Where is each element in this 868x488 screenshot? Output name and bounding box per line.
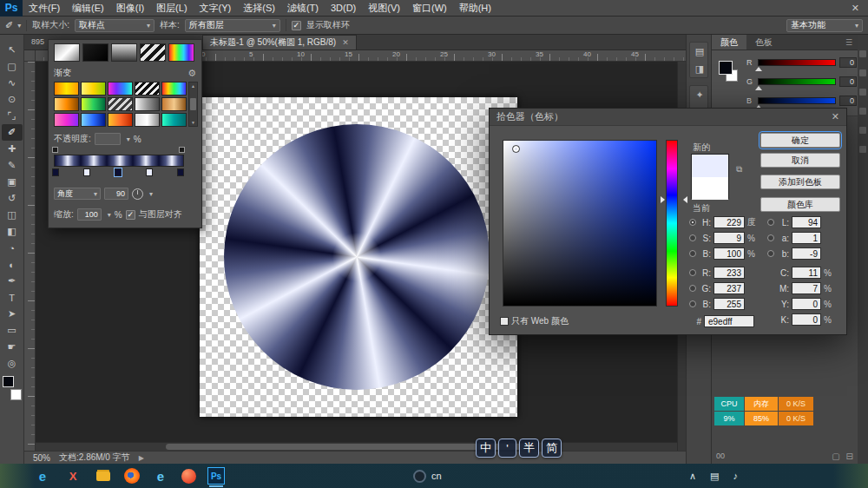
g-radio[interactable] xyxy=(689,285,696,292)
ie-icon[interactable]: e xyxy=(151,466,170,485)
gradient-editor-bar[interactable] xyxy=(54,155,184,167)
ime-mode-key[interactable]: 中 xyxy=(476,439,496,458)
gradient-sample[interactable] xyxy=(111,43,137,62)
b-lab-radio[interactable] xyxy=(767,250,774,257)
slider-thumb[interactable] xyxy=(755,82,762,90)
new-item-icon[interactable]: ▢ xyxy=(832,452,839,461)
green-slider[interactable] xyxy=(758,78,836,85)
ime-lang-key[interactable]: 简 xyxy=(542,439,562,458)
b2-value-field[interactable]: 255 xyxy=(713,298,745,310)
gear-icon[interactable]: ⚙ xyxy=(187,68,196,79)
healing-brush-tool[interactable]: ✚ xyxy=(2,141,23,157)
slider-value[interactable]: 0 xyxy=(839,57,857,68)
gradient-preset[interactable] xyxy=(108,97,133,111)
b-value-field[interactable]: 100 xyxy=(713,247,745,260)
collapsed-panel-icon[interactable] xyxy=(859,146,866,153)
gradient-tool[interactable]: ◧ xyxy=(2,223,23,240)
menu-layer[interactable]: 图层(L) xyxy=(150,0,193,16)
move-tool[interactable]: ↖ xyxy=(2,42,23,58)
foreground-color-swatch[interactable] xyxy=(3,376,14,387)
gradient-preset[interactable] xyxy=(135,113,160,127)
r-radio[interactable] xyxy=(689,269,696,276)
add-to-swatches-button[interactable]: 添加到色板 xyxy=(760,175,840,189)
gradient-sample[interactable] xyxy=(82,43,108,62)
gradient-preset[interactable] xyxy=(54,97,79,111)
gradient-sample[interactable] xyxy=(168,43,194,62)
y-value-field[interactable]: 0 xyxy=(792,298,821,310)
menu-view[interactable]: 视图(V) xyxy=(362,0,406,16)
slider-value[interactable]: 0 xyxy=(839,76,857,87)
color-stop[interactable] xyxy=(146,168,153,176)
color-field-marker[interactable] xyxy=(512,145,520,153)
close-icon[interactable]: ✕ xyxy=(832,111,839,122)
opacity-field[interactable] xyxy=(95,133,121,145)
hex-field[interactable]: e9edff xyxy=(704,315,754,327)
red-slider[interactable] xyxy=(758,59,836,66)
l-value-field[interactable]: 94 xyxy=(792,216,821,228)
clone-stamp-tool[interactable]: ▣ xyxy=(2,174,23,190)
menu-edit[interactable]: 编辑(E) xyxy=(66,0,110,16)
opacity-stop[interactable] xyxy=(52,147,58,153)
hue-slider-thumb[interactable] xyxy=(680,196,687,203)
gradient-preset[interactable] xyxy=(108,82,133,96)
s-radio[interactable] xyxy=(689,234,696,241)
ok-button[interactable]: 确定 xyxy=(760,133,840,148)
tray-volume-icon[interactable]: ♪ xyxy=(733,471,739,481)
collapsed-panel-icon[interactable] xyxy=(859,127,866,134)
gradient-preset[interactable] xyxy=(81,82,106,96)
blue-slider[interactable] xyxy=(758,97,836,104)
b-radio[interactable] xyxy=(689,250,696,257)
background-color-swatch[interactable] xyxy=(10,389,22,400)
color-stop[interactable] xyxy=(52,168,59,176)
c-value-field[interactable]: 11 xyxy=(792,267,821,279)
collapsed-panel-icon[interactable] xyxy=(859,69,866,76)
marquee-tool[interactable]: ▢ xyxy=(2,58,23,75)
angle-field[interactable]: 90 xyxy=(104,188,128,200)
g-value-field[interactable]: 237 xyxy=(713,282,745,294)
window-close-icon[interactable]: ✕ xyxy=(843,3,868,14)
tray-expand-icon[interactable]: ∧ xyxy=(689,471,696,482)
eyedropper-tool[interactable]: ✐ xyxy=(2,124,23,141)
s-value-field[interactable]: 9 xyxy=(713,232,745,244)
workspace-select[interactable]: 基本功能 ▾ xyxy=(786,19,863,32)
history-brush-tool[interactable]: ↺ xyxy=(2,190,23,207)
angle-dial[interactable] xyxy=(132,188,143,200)
align-layer-checkbox[interactable]: ✓ xyxy=(126,210,135,220)
panel-icon[interactable]: ◨ xyxy=(690,60,709,77)
menu-window[interactable]: 窗口(W) xyxy=(406,0,453,16)
path-select-tool[interactable]: ➤ xyxy=(2,306,23,322)
panel-menu-icon[interactable]: ☰ xyxy=(840,35,858,49)
a-value-field[interactable]: 1 xyxy=(792,232,821,244)
m-value-field[interactable]: 7 xyxy=(792,282,821,294)
scale-field[interactable]: 100 xyxy=(77,208,102,221)
dialog-title-bar[interactable]: 拾色器（色标） ✕ xyxy=(490,109,846,126)
gradient-preset[interactable] xyxy=(161,82,187,96)
show-ring-checkbox[interactable]: ✓ xyxy=(292,21,301,30)
firefox-icon[interactable] xyxy=(124,468,140,484)
ime-width-key[interactable]: 半 xyxy=(519,439,539,458)
status-arrow-icon[interactable]: ▶ xyxy=(139,454,144,462)
web-only-checkbox[interactable] xyxy=(500,317,509,326)
close-icon[interactable]: ✕ xyxy=(342,38,349,47)
hand-tool[interactable]: ☛ xyxy=(2,339,23,355)
sample-size-select[interactable]: 取样点 ▾ xyxy=(75,19,155,32)
slider-thumb[interactable] xyxy=(755,63,762,71)
hue-slider[interactable] xyxy=(666,140,678,307)
hue-slider-thumb[interactable] xyxy=(661,196,668,203)
gradient-preset[interactable] xyxy=(81,113,106,127)
menu-filter[interactable]: 滤镜(T) xyxy=(281,0,325,16)
menu-select[interactable]: 选择(S) xyxy=(237,0,281,16)
l-radio[interactable] xyxy=(767,219,774,226)
h-radio[interactable] xyxy=(689,219,696,226)
document-tab[interactable]: 未标题-1 @ 50%(椭圆 1, RGB/8) ✕ xyxy=(202,35,357,49)
shape-tool[interactable]: ▭ xyxy=(2,322,23,339)
vertical-ruler[interactable] xyxy=(24,62,36,451)
b-lab-value-field[interactable]: -9 xyxy=(792,247,821,260)
type-tool[interactable]: T xyxy=(2,289,23,306)
r-value-field[interactable]: 233 xyxy=(713,267,745,279)
presets-scrollbar[interactable]: ▲ ▼ xyxy=(188,82,198,127)
cancel-button[interactable]: 取消 xyxy=(760,153,840,168)
a-radio[interactable] xyxy=(767,234,774,241)
slider-value[interactable]: 0 xyxy=(839,96,857,106)
xmind-icon[interactable]: X xyxy=(63,466,82,485)
